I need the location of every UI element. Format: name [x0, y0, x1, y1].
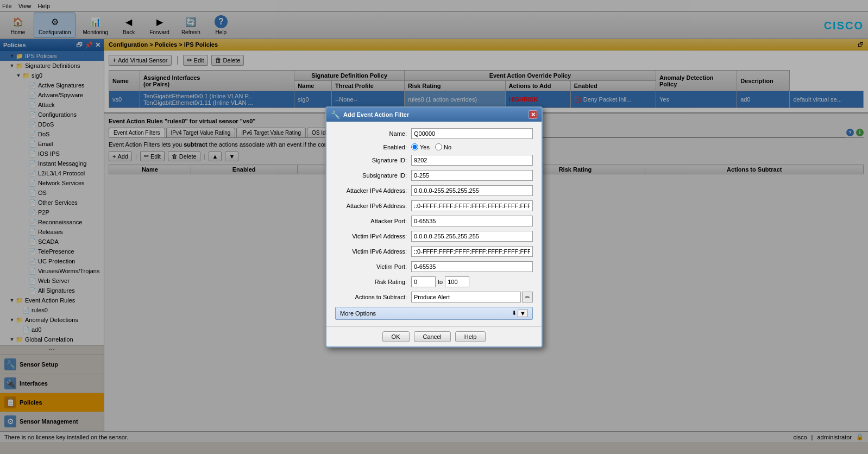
victim-port-input[interactable] [411, 261, 533, 272]
modal-overlay: 🔧 Add Event Action Filter ✕ Name: Enable… [0, 0, 868, 454]
actions-subtract-row: Actions to Subtract: ✏ [335, 292, 533, 302]
enabled-radio-group: Yes No [411, 143, 451, 150]
victim-ipv6-label: Victim IPv6 Address: [335, 248, 411, 255]
more-options-label: More Options [340, 310, 376, 317]
risk-to-input[interactable] [445, 276, 469, 287]
attacker-ipv4-input[interactable] [411, 185, 533, 196]
attacker-ipv4-row: Attacker IPv4 Address: [335, 185, 533, 196]
risk-rating-row: Risk Rating: to [335, 276, 533, 287]
attacker-port-input[interactable] [411, 216, 533, 226]
subsig-id-label: Subsignature ID: [335, 172, 411, 179]
attacker-ipv4-label: Attacker IPv4 Address: [335, 187, 411, 194]
victim-port-label: Victim Port: [335, 263, 411, 270]
risk-to-label: to [438, 279, 443, 285]
risk-rating-label: Risk Rating: [335, 279, 411, 285]
risk-range-row: to [411, 276, 533, 287]
actions-subtract-group: ✏ [411, 292, 533, 302]
sig-id-label: Signature ID: [335, 157, 411, 163]
actions-edit-icon[interactable]: ✏ [522, 292, 533, 302]
actions-subtract-label: Actions to Subtract: [335, 294, 411, 300]
modal-close-button[interactable]: ✕ [529, 110, 537, 119]
enabled-row: Enabled: Yes No [335, 143, 533, 150]
name-row: Name: [335, 128, 533, 139]
name-label: Name: [335, 130, 411, 137]
name-input[interactable] [411, 128, 533, 139]
victim-port-row: Victim Port: [335, 261, 533, 272]
modal-title: Add Event Action Filter [343, 111, 409, 118]
modal-help-button[interactable]: Help [455, 331, 486, 342]
more-options-label-group: More Options [340, 310, 376, 317]
modal-body: Name: Enabled: Yes No [326, 122, 542, 326]
attacker-ipv6-row: Attacker IPv6 Address: [335, 200, 533, 211]
expand-icon: ⬇ [512, 310, 517, 317]
victim-ipv6-input[interactable] [411, 246, 533, 257]
victim-ipv6-row: Victim IPv6 Address: [335, 246, 533, 257]
subsig-id-row: Subsignature ID: [335, 170, 533, 181]
enabled-yes-radio[interactable] [411, 143, 418, 150]
more-options-section[interactable]: More Options ⬇ ▼ [335, 307, 533, 320]
sig-id-row: Signature ID: [335, 155, 533, 166]
sig-id-input[interactable] [411, 155, 533, 166]
enabled-label: Enabled: [335, 144, 411, 150]
enabled-yes-option[interactable]: Yes [411, 143, 430, 150]
yes-label: Yes [420, 144, 430, 150]
actions-subtract-input[interactable] [411, 292, 521, 302]
modal-footer: OK Cancel Help [326, 326, 542, 346]
attacker-ipv6-input[interactable] [411, 200, 533, 211]
more-options-toggle[interactable]: ⬇ ▼ [512, 310, 528, 317]
victim-ipv4-label: Victim IPv4 Address: [335, 233, 411, 239]
risk-from-input[interactable] [411, 276, 436, 287]
attacker-port-row: Attacker Port: [335, 216, 533, 226]
add-event-filter-modal: 🔧 Add Event Action Filter ✕ Name: Enable… [325, 106, 543, 348]
subsig-id-input[interactable] [411, 170, 533, 181]
cancel-button[interactable]: Cancel [414, 331, 451, 342]
no-label: No [444, 144, 451, 150]
ok-button[interactable]: OK [382, 331, 410, 342]
modal-header-icon: 🔧 [331, 110, 340, 119]
victim-ipv4-row: Victim IPv4 Address: [335, 231, 533, 242]
attacker-port-label: Attacker Port: [335, 218, 411, 224]
modal-header: 🔧 Add Event Action Filter ✕ [326, 108, 542, 122]
more-options-btn: ▼ [518, 310, 528, 317]
enabled-no-option[interactable]: No [435, 143, 451, 150]
attacker-ipv6-label: Attacker IPv6 Address: [335, 203, 411, 209]
victim-ipv4-input[interactable] [411, 231, 533, 242]
enabled-no-radio[interactable] [435, 143, 442, 150]
